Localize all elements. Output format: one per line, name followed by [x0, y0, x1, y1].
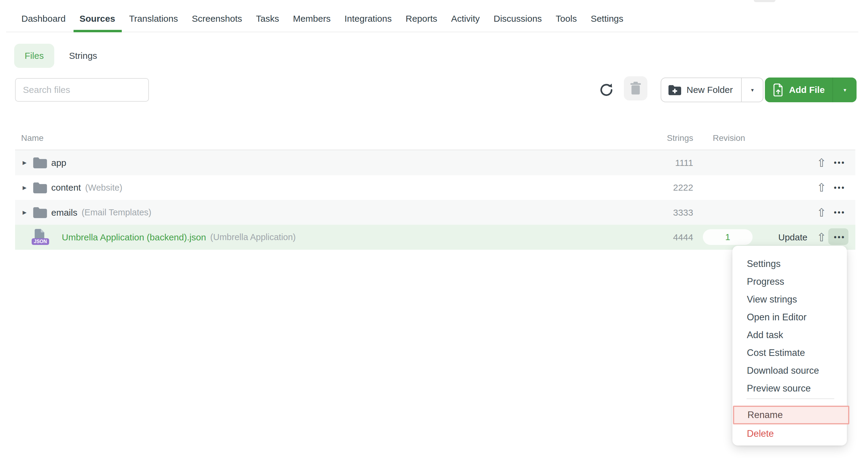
json-format-badge: JSON [32, 238, 49, 245]
nav-item-sources[interactable]: Sources [80, 5, 115, 32]
upload-translations-icon[interactable]: ⇧ [815, 200, 828, 225]
row-more-actions-button[interactable]: ••• [832, 150, 847, 175]
table-row-folder-content[interactable]: ▶ content(Website) 2222 ⇧ ••• [15, 175, 855, 200]
menu-item-progress[interactable]: Progress [733, 273, 847, 290]
menu-item-preview-source[interactable]: Preview source [733, 379, 847, 397]
menu-item-add-task[interactable]: Add task [733, 326, 847, 344]
file-context-menu: Settings Progress View strings Open in E… [733, 246, 847, 445]
folder-name-link[interactable]: emails(Email Templates) [51, 200, 151, 225]
nav-item-dashboard[interactable]: Dashboard [22, 5, 66, 32]
menu-item-rename[interactable]: Rename [734, 407, 783, 423]
table-row-file-umbrella-application-backend-json[interactable]: JSON Umbrella Application (backend).json… [15, 225, 855, 250]
folder-icon [33, 207, 47, 218]
upload-translations-icon[interactable]: ⇧ [815, 150, 828, 175]
rename-highlight-annotation: Rename [733, 406, 849, 425]
row-more-actions-button[interactable]: ••• [832, 200, 847, 225]
add-file-label: Add File [789, 85, 825, 95]
nav-item-members[interactable]: Members [293, 5, 331, 32]
folder-note: (Email Templates) [82, 207, 152, 217]
expand-caret-icon[interactable]: ▶ [23, 150, 27, 175]
nav-item-discussions[interactable]: Discussions [494, 5, 542, 32]
delete-selected-button[interactable] [624, 76, 647, 100]
add-file-button[interactable]: Add File [765, 78, 832, 102]
menu-separator [747, 399, 834, 399]
refresh-button[interactable] [598, 82, 614, 98]
row-more-actions-button[interactable]: ••• [832, 175, 847, 200]
expand-caret-icon[interactable]: ▶ [23, 175, 27, 200]
file-name-link[interactable]: Umbrella Application (backend).json(Umbr… [62, 225, 296, 250]
add-file-split-button[interactable]: Add File ▼ [765, 78, 857, 102]
menu-item-open-in-editor[interactable]: Open in Editor [733, 308, 847, 326]
nav-item-reports[interactable]: Reports [406, 5, 437, 32]
column-header-strings: Strings [633, 127, 693, 150]
nav-item-tools[interactable]: Tools [556, 5, 577, 32]
project-nav: Dashboard Sources Translations Screensho… [22, 0, 623, 32]
folder-name-link[interactable]: content(Website) [51, 175, 122, 200]
nav-item-activity[interactable]: Activity [451, 5, 480, 32]
strings-count: 2222 [633, 175, 693, 200]
refresh-icon [598, 82, 614, 98]
new-folder-label: New Folder [687, 85, 733, 95]
strings-count: 4444 [633, 225, 693, 250]
folder-note: (Website) [85, 183, 122, 193]
tab-files[interactable]: Files [14, 44, 54, 68]
folder-icon [33, 182, 47, 193]
nav-item-translations[interactable]: Translations [129, 5, 178, 32]
nav-item-screenshots[interactable]: Screenshots [192, 5, 242, 32]
search-input[interactable] [15, 78, 149, 101]
strings-count: 1111 [633, 150, 693, 175]
nav-item-settings[interactable]: Settings [591, 5, 623, 32]
menu-item-download-source[interactable]: Download source [733, 362, 847, 379]
strings-count: 3333 [633, 200, 693, 225]
new-folder-dropdown-toggle[interactable]: ▼ [741, 78, 763, 101]
tab-strings[interactable]: Strings [69, 44, 97, 68]
cutoff-top-element [754, 0, 775, 2]
revision-badge[interactable]: 1 [703, 229, 752, 245]
file-note: (Umbrella Application) [210, 232, 296, 242]
table-row-folder-emails[interactable]: ▶ emails(Email Templates) 3333 ⇧ ••• [15, 200, 855, 225]
trash-icon [630, 82, 641, 95]
nav-item-tasks[interactable]: Tasks [256, 5, 279, 32]
column-header-revision: Revision [713, 127, 745, 150]
upload-translations-icon[interactable]: ⇧ [815, 175, 828, 200]
chevron-down-icon: ▼ [843, 87, 847, 93]
add-file-dropdown-toggle[interactable]: ▼ [832, 78, 857, 102]
table-row-folder-app[interactable]: ▶ app 1111 ⇧ ••• [15, 150, 855, 175]
folder-plus-icon [669, 84, 681, 95]
new-folder-split-button[interactable]: New Folder ▼ [661, 78, 764, 102]
new-folder-button[interactable]: New Folder [661, 78, 741, 101]
nav-item-integrations[interactable]: Integrations [344, 5, 392, 32]
chevron-down-icon: ▼ [750, 87, 755, 93]
folder-name-link[interactable]: app [51, 150, 66, 175]
menu-item-settings[interactable]: Settings [733, 255, 847, 273]
column-header-name: Name [21, 127, 44, 150]
folder-icon [33, 157, 47, 168]
file-upload-icon [773, 83, 784, 96]
menu-item-delete[interactable]: Delete [733, 425, 847, 442]
expand-caret-icon[interactable]: ▶ [23, 200, 27, 225]
file-table-header: Name Strings Revision [15, 127, 855, 150]
menu-item-cost-estimate[interactable]: Cost Estimate [733, 344, 847, 362]
menu-item-view-strings[interactable]: View strings [733, 290, 847, 308]
